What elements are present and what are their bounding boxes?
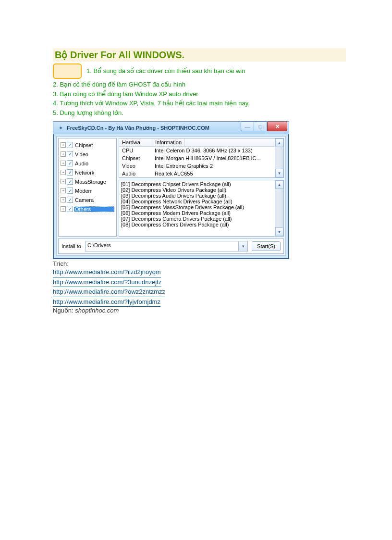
hw-key: CPU [119,147,152,154]
close-button[interactable]: ✕ [267,122,287,131]
expand-icon[interactable]: + [61,161,66,166]
tree-label[interactable]: Camera [74,197,114,203]
log-panel[interactable]: [01] Decompress Chipset Drivers Package … [119,180,284,237]
app-icon: ✦ [57,125,64,131]
log-line[interactable]: [06] Decompress Modem Drivers Package (a… [121,210,282,216]
install-bar: Install to C:\Drivers ▼ Start(S) [58,239,284,254]
hw-value: Realtek ALC655 [152,170,283,177]
expand-icon[interactable]: + [61,179,66,184]
nguon-value: shoptinhoc.com [75,307,119,314]
log-line[interactable]: [02] Decompress Video Drivers Package (a… [121,187,282,193]
hardware-header[interactable]: Hardwa Information [119,138,283,147]
tree-label[interactable]: Audio [74,161,114,166]
tree-item-modem[interactable]: +✓Modem [59,186,116,195]
app-window: ✦ FreeSkyCD.Cn - By Hà Văn Phương - SHOP… [53,121,289,259]
log-line[interactable]: [01] Decompress Chipset Drivers Package … [121,181,282,187]
checkbox[interactable]: ✓ [67,188,73,194]
footer: Trích: http://www.mediafire.com/?iizd2jn… [53,260,346,314]
window-controls: — □ ✕ [241,122,287,131]
start-button[interactable]: Start(S) [252,241,281,251]
hw-value: Intel Extreme Graphics 2 [152,162,283,170]
hw-col1-header[interactable]: Hardwa [119,138,152,146]
intro-line-1: 1. Bổ sung đa số các driver còn thiếu sa… [86,66,245,76]
install-path-combo[interactable]: C:\Drivers ▼ [85,241,248,251]
tree-item-audio[interactable]: +✓Audio [59,159,116,168]
tree-item-chipset[interactable]: +✓Chipset [59,140,116,150]
hw-value: Intel Morgan Hill i865GV / Intel 82801EB… [152,154,283,162]
scroll-down-button[interactable]: ▼ [275,169,283,177]
expand-icon[interactable]: + [61,151,66,157]
install-path-input[interactable]: C:\Drivers [86,241,238,251]
install-to-label: Install to [61,243,81,249]
checkbox[interactable]: ✓ [67,142,73,148]
download-link[interactable]: http://www.mediafire.com/?iizd2jnoyqm [53,267,161,277]
scroll-down-button[interactable]: ▼ [275,227,283,236]
checkbox[interactable]: ✓ [67,169,73,176]
hw-row[interactable]: AudioRealtek ALC655 [119,170,283,177]
hw-key: Audio [119,170,152,177]
hw-scrollbar[interactable]: ▲ ▼ [275,138,283,177]
checkbox[interactable]: ✓ [67,160,73,166]
hw-row[interactable]: ChipsetIntel Morgan Hill i865GV / Intel … [119,154,283,162]
expand-icon[interactable]: + [61,197,66,202]
hw-key: Video [119,162,152,170]
log-line[interactable]: [07] Decompress Camera Drivers Package (… [121,216,282,222]
download-link[interactable]: http://www.mediafire.com/?3unudnzejtz [53,277,161,288]
page-title: Bộ Driver For All WINDOWS. [53,48,346,62]
tree-label[interactable]: Video [74,151,114,157]
intro-line-2: 2. Bạn có thể dùng để làm GHOST đa cấu h… [53,80,346,89]
hw-value: Intel Celeron D 346, 3066 MHz (23 x 133) [152,147,283,154]
tree-label[interactable]: Chipset [74,142,114,148]
log-line[interactable]: [08] Decompress Others Drivers Package (… [121,222,282,227]
nguon-label: Nguồn: [53,307,75,314]
tree-label[interactable]: Modem [74,188,114,194]
trich-label: Trích: [53,260,346,267]
log-line[interactable]: [05] Decompress MassStorage Drivers Pack… [121,204,282,210]
log-line[interactable]: [03] Decompress Audio Drivers Package (a… [121,193,282,199]
hw-row[interactable]: VideoIntel Extreme Graphics 2 [119,162,283,170]
download-link[interactable]: http://www.mediafire.com/?lyjvfomjdmz [53,297,160,307]
tree-item-network[interactable]: +✓Network [59,168,116,177]
tree-item-camera[interactable]: +✓Camera [59,195,116,204]
scroll-up-button[interactable]: ▲ [275,180,283,189]
tree-item-others[interactable]: +✓Others [59,204,116,213]
intro-line-5: 5. Dung lượng không lớn. [53,108,346,118]
scroll-up-button[interactable]: ▲ [275,138,283,147]
intro-block: 1. Bổ sung đa số các driver còn thiếu sa… [53,63,346,117]
minimize-button[interactable]: — [241,122,254,131]
hw-col2-header[interactable]: Information [152,138,185,146]
log-scrollbar[interactable]: ▲ ▼ [275,180,283,236]
combo-dropdown-button[interactable]: ▼ [238,241,247,251]
hardware-panel: Hardwa Information CPUIntel Celeron D 34… [119,138,284,178]
thumbnail-placeholder [53,63,82,79]
expand-icon[interactable]: + [61,206,66,212]
window-title: FreeSkyCD.Cn - By Hà Văn Phương - SHOPTI… [67,125,209,131]
intro-line-4: 4. Tương thích với Window XP, Vista, 7 h… [53,99,346,108]
tree-label[interactable]: Others [74,206,114,212]
maximize-button[interactable]: □ [254,122,267,131]
checkbox[interactable]: ✓ [67,197,73,203]
tree-label[interactable]: Network [74,170,114,176]
log-line[interactable]: [04] Decompress Network Drivers Package … [121,199,282,204]
tree-item-massstorage[interactable]: +✓MassStorage [59,177,116,186]
category-tree[interactable]: +✓Chipset+✓Video+✓Audio+✓Network+✓MassSt… [58,138,117,237]
hw-key: Chipset [119,154,152,162]
titlebar[interactable]: ✦ FreeSkyCD.Cn - By Hà Văn Phương - SHOP… [53,122,289,134]
expand-icon[interactable]: + [61,142,66,148]
checkbox[interactable]: ✓ [67,151,73,157]
checkbox[interactable]: ✓ [67,206,73,212]
hw-row[interactable]: CPUIntel Celeron D 346, 3066 MHz (23 x 1… [119,147,283,154]
download-link[interactable]: http://www.mediafire.com/?owz2zntzmzz [53,287,165,297]
tree-item-video[interactable]: +✓Video [59,150,116,159]
tree-label[interactable]: MassStorage [74,179,114,185]
intro-line-3: 3. Bạn cũng có thể dùng làm Window XP au… [53,89,346,99]
expand-icon[interactable]: + [61,170,66,175]
expand-icon[interactable]: + [61,188,66,193]
checkbox[interactable]: ✓ [67,178,73,185]
